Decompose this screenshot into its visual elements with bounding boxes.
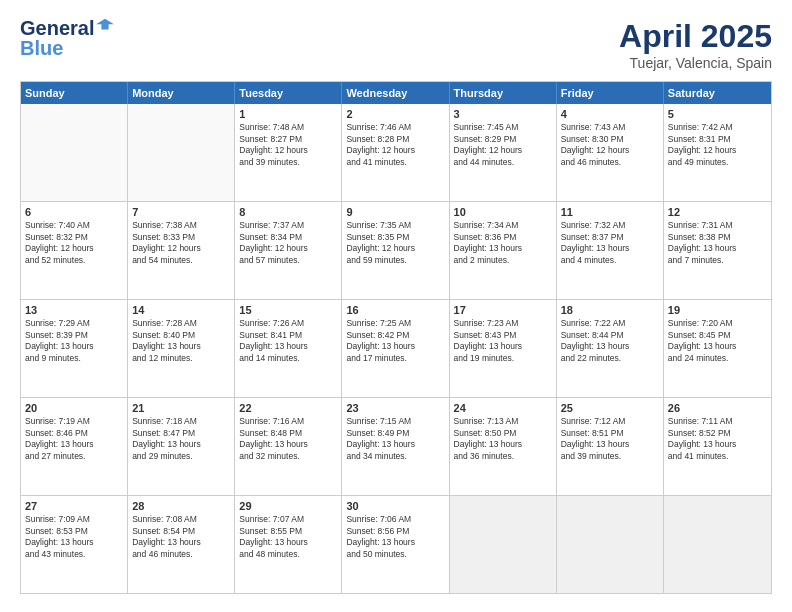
header: General Blue April 2025 Tuejar, Valencia… (20, 18, 772, 71)
cell-info: Sunrise: 7:13 AM Sunset: 8:50 PM Dayligh… (454, 416, 552, 462)
day-number: 25 (561, 401, 659, 415)
calendar-cell: 5Sunrise: 7:42 AM Sunset: 8:31 PM Daylig… (664, 104, 771, 201)
cell-info: Sunrise: 7:32 AM Sunset: 8:37 PM Dayligh… (561, 220, 659, 266)
day-number: 11 (561, 205, 659, 219)
day-number: 17 (454, 303, 552, 317)
calendar-header-cell: Saturday (664, 82, 771, 104)
cell-info: Sunrise: 7:11 AM Sunset: 8:52 PM Dayligh… (668, 416, 767, 462)
day-number: 13 (25, 303, 123, 317)
cell-info: Sunrise: 7:19 AM Sunset: 8:46 PM Dayligh… (25, 416, 123, 462)
day-number: 6 (25, 205, 123, 219)
calendar-cell: 15Sunrise: 7:26 AM Sunset: 8:41 PM Dayli… (235, 300, 342, 397)
calendar-cell: 24Sunrise: 7:13 AM Sunset: 8:50 PM Dayli… (450, 398, 557, 495)
calendar-cell: 23Sunrise: 7:15 AM Sunset: 8:49 PM Dayli… (342, 398, 449, 495)
calendar-header-cell: Sunday (21, 82, 128, 104)
calendar-cell: 20Sunrise: 7:19 AM Sunset: 8:46 PM Dayli… (21, 398, 128, 495)
cell-info: Sunrise: 7:23 AM Sunset: 8:43 PM Dayligh… (454, 318, 552, 364)
calendar-cell: 2Sunrise: 7:46 AM Sunset: 8:28 PM Daylig… (342, 104, 449, 201)
calendar-cell: 7Sunrise: 7:38 AM Sunset: 8:33 PM Daylig… (128, 202, 235, 299)
day-number: 7 (132, 205, 230, 219)
svg-marker-0 (96, 19, 114, 30)
calendar-cell (450, 496, 557, 593)
day-number: 23 (346, 401, 444, 415)
cell-info: Sunrise: 7:28 AM Sunset: 8:40 PM Dayligh… (132, 318, 230, 364)
calendar-header-cell: Monday (128, 82, 235, 104)
subtitle: Tuejar, Valencia, Spain (619, 55, 772, 71)
calendar-cell: 22Sunrise: 7:16 AM Sunset: 8:48 PM Dayli… (235, 398, 342, 495)
calendar-cell: 21Sunrise: 7:18 AM Sunset: 8:47 PM Dayli… (128, 398, 235, 495)
calendar-cell: 4Sunrise: 7:43 AM Sunset: 8:30 PM Daylig… (557, 104, 664, 201)
calendar-header: SundayMondayTuesdayWednesdayThursdayFrid… (21, 82, 771, 104)
cell-info: Sunrise: 7:15 AM Sunset: 8:49 PM Dayligh… (346, 416, 444, 462)
calendar-cell: 25Sunrise: 7:12 AM Sunset: 8:51 PM Dayli… (557, 398, 664, 495)
calendar-cell: 14Sunrise: 7:28 AM Sunset: 8:40 PM Dayli… (128, 300, 235, 397)
day-number: 2 (346, 107, 444, 121)
title-block: April 2025 Tuejar, Valencia, Spain (619, 18, 772, 71)
calendar-row: 13Sunrise: 7:29 AM Sunset: 8:39 PM Dayli… (21, 299, 771, 397)
cell-info: Sunrise: 7:08 AM Sunset: 8:54 PM Dayligh… (132, 514, 230, 560)
cell-info: Sunrise: 7:40 AM Sunset: 8:32 PM Dayligh… (25, 220, 123, 266)
day-number: 22 (239, 401, 337, 415)
day-number: 19 (668, 303, 767, 317)
day-number: 26 (668, 401, 767, 415)
cell-info: Sunrise: 7:43 AM Sunset: 8:30 PM Dayligh… (561, 122, 659, 168)
calendar-cell: 3Sunrise: 7:45 AM Sunset: 8:29 PM Daylig… (450, 104, 557, 201)
cell-info: Sunrise: 7:18 AM Sunset: 8:47 PM Dayligh… (132, 416, 230, 462)
day-number: 5 (668, 107, 767, 121)
day-number: 10 (454, 205, 552, 219)
day-number: 21 (132, 401, 230, 415)
calendar-cell: 11Sunrise: 7:32 AM Sunset: 8:37 PM Dayli… (557, 202, 664, 299)
calendar: SundayMondayTuesdayWednesdayThursdayFrid… (20, 81, 772, 594)
day-number: 24 (454, 401, 552, 415)
cell-info: Sunrise: 7:26 AM Sunset: 8:41 PM Dayligh… (239, 318, 337, 364)
calendar-body: 1Sunrise: 7:48 AM Sunset: 8:27 PM Daylig… (21, 104, 771, 593)
logo-blue: Blue (20, 37, 63, 59)
day-number: 1 (239, 107, 337, 121)
cell-info: Sunrise: 7:09 AM Sunset: 8:53 PM Dayligh… (25, 514, 123, 560)
cell-info: Sunrise: 7:37 AM Sunset: 8:34 PM Dayligh… (239, 220, 337, 266)
calendar-header-cell: Tuesday (235, 82, 342, 104)
calendar-cell: 16Sunrise: 7:25 AM Sunset: 8:42 PM Dayli… (342, 300, 449, 397)
calendar-row: 20Sunrise: 7:19 AM Sunset: 8:46 PM Dayli… (21, 397, 771, 495)
day-number: 12 (668, 205, 767, 219)
day-number: 15 (239, 303, 337, 317)
cell-info: Sunrise: 7:20 AM Sunset: 8:45 PM Dayligh… (668, 318, 767, 364)
calendar-cell: 27Sunrise: 7:09 AM Sunset: 8:53 PM Dayli… (21, 496, 128, 593)
cell-info: Sunrise: 7:06 AM Sunset: 8:56 PM Dayligh… (346, 514, 444, 560)
calendar-cell (557, 496, 664, 593)
day-number: 4 (561, 107, 659, 121)
cell-info: Sunrise: 7:22 AM Sunset: 8:44 PM Dayligh… (561, 318, 659, 364)
logo-bird-icon (96, 17, 114, 35)
day-number: 8 (239, 205, 337, 219)
calendar-cell: 1Sunrise: 7:48 AM Sunset: 8:27 PM Daylig… (235, 104, 342, 201)
calendar-cell: 19Sunrise: 7:20 AM Sunset: 8:45 PM Dayli… (664, 300, 771, 397)
calendar-cell: 30Sunrise: 7:06 AM Sunset: 8:56 PM Dayli… (342, 496, 449, 593)
calendar-row: 6Sunrise: 7:40 AM Sunset: 8:32 PM Daylig… (21, 201, 771, 299)
day-number: 18 (561, 303, 659, 317)
day-number: 3 (454, 107, 552, 121)
calendar-cell: 13Sunrise: 7:29 AM Sunset: 8:39 PM Dayli… (21, 300, 128, 397)
day-number: 14 (132, 303, 230, 317)
day-number: 30 (346, 499, 444, 513)
calendar-header-cell: Thursday (450, 82, 557, 104)
cell-info: Sunrise: 7:07 AM Sunset: 8:55 PM Dayligh… (239, 514, 337, 560)
calendar-cell: 29Sunrise: 7:07 AM Sunset: 8:55 PM Dayli… (235, 496, 342, 593)
cell-info: Sunrise: 7:45 AM Sunset: 8:29 PM Dayligh… (454, 122, 552, 168)
cell-info: Sunrise: 7:38 AM Sunset: 8:33 PM Dayligh… (132, 220, 230, 266)
calendar-cell: 26Sunrise: 7:11 AM Sunset: 8:52 PM Dayli… (664, 398, 771, 495)
cell-info: Sunrise: 7:42 AM Sunset: 8:31 PM Dayligh… (668, 122, 767, 168)
cell-info: Sunrise: 7:31 AM Sunset: 8:38 PM Dayligh… (668, 220, 767, 266)
calendar-row: 27Sunrise: 7:09 AM Sunset: 8:53 PM Dayli… (21, 495, 771, 593)
day-number: 9 (346, 205, 444, 219)
calendar-cell: 6Sunrise: 7:40 AM Sunset: 8:32 PM Daylig… (21, 202, 128, 299)
calendar-cell (128, 104, 235, 201)
day-number: 20 (25, 401, 123, 415)
calendar-cell: 8Sunrise: 7:37 AM Sunset: 8:34 PM Daylig… (235, 202, 342, 299)
calendar-cell (21, 104, 128, 201)
logo: General Blue (20, 18, 114, 58)
day-number: 29 (239, 499, 337, 513)
cell-info: Sunrise: 7:25 AM Sunset: 8:42 PM Dayligh… (346, 318, 444, 364)
main-title: April 2025 (619, 18, 772, 55)
calendar-cell: 9Sunrise: 7:35 AM Sunset: 8:35 PM Daylig… (342, 202, 449, 299)
cell-info: Sunrise: 7:12 AM Sunset: 8:51 PM Dayligh… (561, 416, 659, 462)
